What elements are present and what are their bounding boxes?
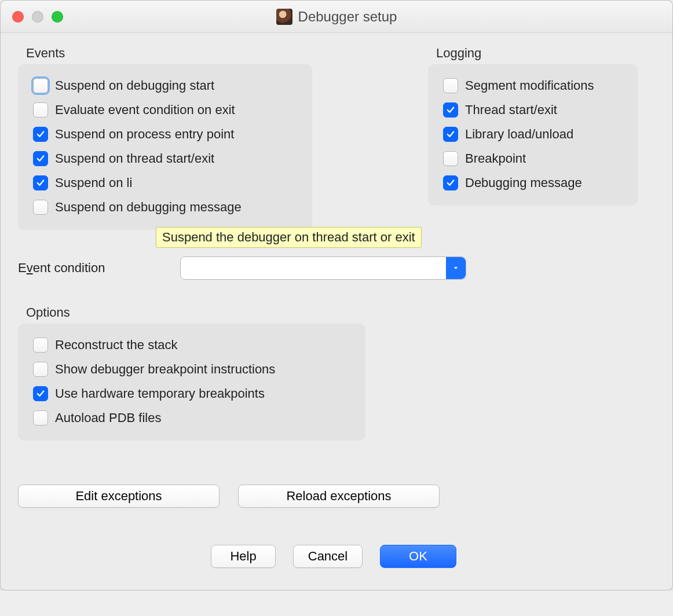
edit-exceptions-button[interactable]: Edit exceptions	[18, 485, 220, 508]
logging-checkbox-row[interactable]: Library load/unload	[443, 127, 623, 142]
checkbox[interactable]	[443, 127, 458, 142]
checkbox-label: Thread start/exit	[465, 102, 557, 118]
checkbox[interactable]	[33, 102, 48, 118]
event-condition-label: Event condition	[18, 261, 105, 276]
checkbox[interactable]	[33, 362, 48, 377]
help-button[interactable]: Help	[211, 545, 276, 568]
checkbox-label: Breakpoint	[465, 151, 526, 166]
zoom-window-button[interactable]	[52, 11, 63, 23]
checkbox-label: Reconstruct the stack	[55, 338, 178, 353]
events-group-label: Events	[26, 46, 312, 61]
logging-group-label: Logging	[436, 46, 638, 61]
checkbox-label: Autoload PDB files	[55, 410, 161, 426]
event-condition-combo[interactable]	[180, 256, 466, 280]
ok-button[interactable]: OK	[380, 545, 456, 568]
options-checkbox-row[interactable]: Autoload PDB files	[33, 410, 350, 426]
events-group: Events Suspend on debugging start Evalua…	[18, 46, 312, 230]
dialog-button-row: Help Cancel OK	[18, 545, 649, 568]
window-title: Debugger setup	[298, 9, 397, 25]
checkbox[interactable]	[443, 151, 458, 166]
app-icon	[276, 9, 292, 25]
checkbox[interactable]	[33, 410, 48, 426]
close-window-button[interactable]	[12, 11, 24, 23]
options-checkbox-row[interactable]: Use hardware temporary breakpoints	[33, 386, 350, 401]
checkbox-label: Debugging message	[465, 175, 582, 190]
checkbox-label: Segment modifications	[465, 78, 594, 93]
event-condition-input[interactable]	[181, 257, 446, 279]
options-group-label: Options	[26, 305, 655, 320]
checkbox-label: Suspend on thread start/exit	[55, 151, 214, 166]
minimize-window-button[interactable]	[32, 11, 43, 23]
checkbox-label: Suspend on process entry point	[55, 127, 234, 142]
checkbox[interactable]	[33, 151, 48, 166]
events-panel: Suspend on debugging start Evaluate even…	[18, 64, 312, 230]
checkbox[interactable]	[443, 78, 458, 93]
exceptions-buttons-row: Edit exceptions Reload exceptions	[18, 485, 655, 508]
window-controls	[12, 11, 63, 23]
cancel-button[interactable]: Cancel	[293, 545, 363, 568]
checkbox-label: Library load/unload	[465, 127, 573, 142]
logging-panel: Segment modifications Thread start/exit …	[428, 64, 638, 206]
checkbox-label: Show debugger breakpoint instructions	[55, 362, 275, 377]
event-condition-dropdown-button[interactable]	[446, 257, 466, 279]
logging-group: Logging Segment modifications Thread sta…	[428, 46, 638, 206]
options-panel: Reconstruct the stack Show debugger brea…	[18, 324, 365, 441]
checkbox[interactable]	[33, 127, 48, 142]
logging-checkbox-row[interactable]: Breakpoint	[443, 151, 623, 166]
checkbox[interactable]	[443, 175, 458, 190]
checkbox[interactable]	[33, 386, 48, 401]
reload-exceptions-button[interactable]: Reload exceptions	[238, 485, 440, 508]
options-checkbox-row[interactable]: Reconstruct the stack	[33, 338, 350, 353]
window: Debugger setup Events Suspend on debuggi…	[0, 0, 673, 591]
titlebar: Debugger setup	[1, 1, 672, 33]
checkbox[interactable]	[33, 78, 48, 93]
checkbox[interactable]	[33, 200, 48, 215]
events-checkbox-row[interactable]: Evaluate event condition on exit	[33, 102, 297, 118]
checkbox[interactable]	[33, 175, 48, 190]
options-group: Options Reconstruct the stack Show debug…	[18, 305, 655, 441]
checkbox-label: Suspend on li	[55, 175, 132, 190]
events-checkbox-row[interactable]: Suspend on li	[33, 175, 297, 190]
event-condition-row: Event condition	[18, 256, 655, 280]
checkbox-label: Suspend on debugging start	[55, 78, 214, 93]
checkbox-label: Evaluate event condition on exit	[55, 102, 235, 118]
logging-checkbox-row[interactable]: Segment modifications	[443, 78, 623, 93]
checkbox[interactable]	[443, 102, 458, 118]
logging-checkbox-row[interactable]: Debugging message	[443, 175, 623, 190]
events-checkbox-row[interactable]: Suspend on debugging start	[33, 78, 297, 93]
events-checkbox-row[interactable]: Suspend on thread start/exit	[33, 151, 297, 166]
events-checkbox-row[interactable]: Suspend on process entry point	[33, 127, 297, 142]
options-checkbox-row[interactable]: Show debugger breakpoint instructions	[33, 362, 350, 377]
chevron-down-icon	[452, 264, 460, 272]
checkbox-label: Use hardware temporary breakpoints	[55, 386, 265, 401]
events-checkbox-row[interactable]: Suspend on debugging message	[33, 200, 297, 215]
checkbox-label: Suspend on debugging message	[55, 200, 242, 215]
checkbox[interactable]	[33, 338, 48, 353]
dialog-content: Events Suspend on debugging start Evalua…	[1, 33, 672, 590]
logging-checkbox-row[interactable]: Thread start/exit	[443, 102, 623, 118]
tooltip: Suspend the debugger on thread start or …	[156, 227, 422, 248]
